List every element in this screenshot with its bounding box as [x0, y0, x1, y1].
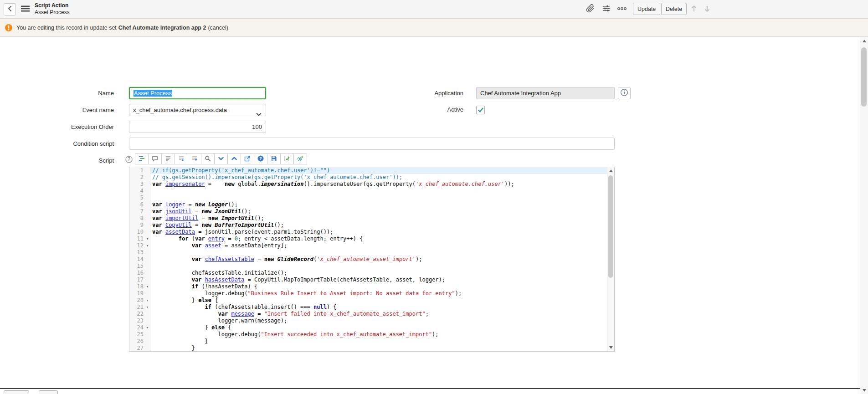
fold-toggle-icon[interactable]: ▾	[145, 283, 150, 290]
section-divider	[0, 388, 860, 389]
event-name-label: Event name	[0, 104, 114, 116]
code-line-2[interactable]: 2// gs.getSession().impersonate(gs.getPr…	[129, 174, 607, 181]
gutter: 10	[129, 229, 150, 235]
application-value: Chef Automate Integration App	[480, 90, 561, 97]
code-line-21[interactable]: 21▾ if (chefAssetsTable.insert() === nul…	[129, 304, 607, 311]
code-line-9[interactable]: 9var CopyUtil = new BufferToImportUtil()…	[129, 222, 607, 229]
code-line-5[interactable]: 5	[129, 194, 607, 201]
gutter: 11▾	[129, 235, 150, 242]
gutter: 19	[129, 290, 150, 297]
code-line-4[interactable]: 4	[129, 188, 607, 194]
comment-lines-button[interactable]	[175, 154, 188, 164]
code-line-25[interactable]: 25 logger.debug("Insert succeeded into x…	[129, 331, 607, 338]
personalize-form-button[interactable]	[601, 4, 611, 15]
line-number: 11	[129, 235, 145, 242]
execution-order-input[interactable]: 100	[129, 121, 266, 133]
code-line-6[interactable]: 6var logger = new Logger();	[129, 201, 607, 208]
code-line-26[interactable]: 26 }	[129, 338, 607, 345]
gutter: 9	[129, 222, 150, 229]
field-help-icon[interactable]: ?	[125, 156, 133, 163]
editor-scrollbar-thumb[interactable]	[608, 175, 613, 278]
code-line-27[interactable]: 27 }	[129, 345, 607, 351]
gutter: 17	[129, 276, 150, 283]
code-line-7[interactable]: 7var jsonUtil = new JsonUtil();	[129, 208, 607, 215]
code-line-23[interactable]: 23 logger.warn(message);	[129, 317, 607, 324]
fold-toggle-icon[interactable]: ▾	[145, 297, 150, 304]
cancel-link[interactable]: (cancel)	[208, 25, 228, 31]
gutter: 12▾	[129, 242, 150, 249]
line-number: 23	[129, 317, 145, 324]
form-context-menu-button[interactable]	[20, 5, 30, 14]
toggle-comment-button[interactable]	[148, 154, 162, 164]
attachment-button[interactable]	[585, 4, 596, 15]
format-code-button[interactable]	[135, 154, 149, 164]
syntax-check-button[interactable]	[280, 154, 294, 164]
fold-toggle-icon[interactable]: ▾	[145, 304, 150, 311]
document-format-button[interactable]	[161, 154, 175, 164]
code-line-22[interactable]: 22 var message = "Insert failed into x_c…	[129, 311, 607, 317]
more-actions-icon	[617, 5, 627, 13]
search-button[interactable]	[201, 154, 215, 164]
code-line-15[interactable]: 15	[129, 263, 607, 270]
editor-scroll-down-icon[interactable]	[609, 346, 613, 349]
line-number: 10	[129, 229, 145, 235]
execution-order-label: Execution Order	[0, 121, 114, 133]
format-code-icon	[138, 155, 145, 164]
warning-icon	[5, 24, 13, 32]
application-info-button[interactable]	[618, 87, 631, 99]
code-line-16[interactable]: 16 chefAssetsTable.initialize();	[129, 270, 607, 276]
condition-script-input[interactable]	[129, 138, 615, 150]
line-number: 20	[129, 297, 145, 304]
uncomment-lines-button[interactable]	[188, 154, 201, 164]
open-fullscreen-button[interactable]	[241, 154, 254, 164]
code-line-24[interactable]: 24▾ } else {	[129, 324, 607, 331]
page-scroll-down-icon[interactable]	[863, 389, 866, 392]
code-line-10[interactable]: 10var assetData = jsonUtil.parse(event.p…	[129, 229, 607, 235]
more-actions-button[interactable]	[616, 4, 627, 15]
line-number: 14	[129, 256, 145, 263]
code-line-8[interactable]: 8var importUtil = new ImportUtil();	[129, 215, 607, 222]
save-script-button[interactable]	[267, 154, 281, 164]
previous-record-button[interactable]	[689, 4, 699, 14]
name-input[interactable]: Asset Process	[129, 87, 266, 99]
arrow-down-icon	[703, 4, 712, 15]
fold-toggle-icon[interactable]: ▾	[145, 235, 150, 242]
line-number: 24	[129, 324, 145, 331]
code-line-3[interactable]: 3var impersonator = new global.impersina…	[129, 181, 607, 188]
editor-scrollbar[interactable]	[607, 167, 614, 351]
event-name-select[interactable]: x_chef_automate.chef.process.data	[129, 104, 266, 116]
bottom-update-button[interactable]	[4, 390, 29, 394]
line-number: 12	[129, 242, 145, 249]
editor-scroll-up-icon[interactable]	[609, 169, 613, 172]
gutter: 27	[129, 345, 150, 351]
code-line-14[interactable]: 14 var chefAssetsTable = new GlideRecord…	[129, 256, 607, 263]
next-record-button[interactable]	[702, 4, 712, 14]
line-number: 7	[129, 208, 145, 215]
page-scrollbar[interactable]	[860, 37, 868, 394]
code-line-19[interactable]: 19 logger.debug("Business Rule Insert to…	[129, 290, 607, 297]
page-scroll-up-icon[interactable]	[863, 40, 866, 42]
bottom-delete-button[interactable]	[39, 390, 58, 394]
editor-preferences-button[interactable]	[293, 154, 307, 164]
fold-toggle-icon[interactable]: ▾	[145, 324, 150, 331]
find-next-button[interactable]	[214, 154, 228, 164]
code-line-18[interactable]: 18▾ if (!hasAssetData) {	[129, 283, 607, 290]
code-line-11[interactable]: 11▾ for (var entry = 0; entry < assetDat…	[129, 235, 607, 242]
page-scrollbar-thumb[interactable]	[861, 47, 867, 107]
application-label: Application	[372, 87, 463, 99]
delete-button[interactable]: Delete	[661, 3, 687, 15]
active-checkbox[interactable]	[476, 106, 485, 114]
code-line-20[interactable]: 20▾ } else {	[129, 297, 607, 304]
code-line-12[interactable]: 12▾ var asset = assetData[entry];	[129, 242, 607, 249]
script-editor[interactable]: 1// if(gs.getProperty('x_chef_automate.c…	[129, 167, 615, 352]
find-previous-button[interactable]	[227, 154, 241, 164]
code-line-17[interactable]: 17 var hasAssetData = CopyUtil.MapToImpo…	[129, 276, 607, 283]
gutter: 15	[129, 263, 150, 270]
editor-help-button[interactable]: ?	[254, 154, 267, 164]
gutter: 4	[129, 188, 150, 194]
fold-toggle-icon[interactable]: ▾	[145, 242, 150, 249]
code-line-1[interactable]: 1// if(gs.getProperty('x_chef_automate.c…	[129, 167, 607, 174]
update-button[interactable]: Update	[633, 3, 660, 15]
back-button[interactable]	[4, 3, 16, 15]
code-line-13[interactable]: 13	[129, 249, 607, 256]
